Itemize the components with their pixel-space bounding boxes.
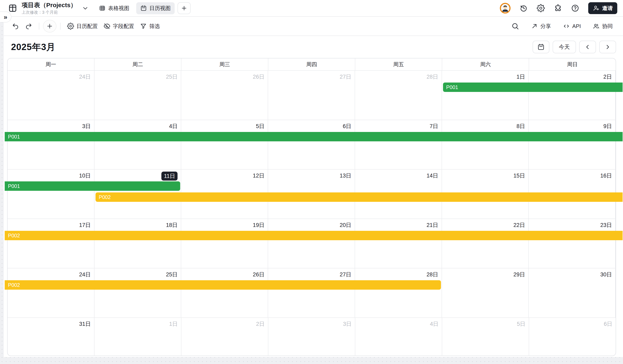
calendar-config-button[interactable]: 日历配置 (64, 21, 101, 32)
event-bar-p002[interactable]: P002 (5, 231, 623, 240)
date-label: 4日 (169, 122, 178, 130)
date-label: 30日 (600, 270, 612, 279)
day-cell[interactable]: 26日 (181, 71, 268, 120)
date-label: 2日 (603, 73, 612, 81)
day-cell[interactable]: 25日 (94, 268, 181, 317)
day-cell[interactable]: 6日 (529, 318, 616, 356)
today-button[interactable]: 今天 (553, 41, 576, 53)
view-tabs: 表格视图 日历视图 (95, 2, 191, 14)
add-view-button[interactable] (178, 2, 191, 14)
date-label: 9日 (603, 122, 612, 130)
day-cell[interactable]: 2日 (181, 318, 268, 356)
search-button[interactable] (509, 20, 522, 32)
prev-month-button[interactable] (579, 41, 596, 53)
tab-calendar-view[interactable]: 日历视图 (136, 2, 175, 14)
history-icon[interactable] (519, 4, 528, 12)
calendar-panel: 周一周二周三周四周五周六周日 24日25日26日27日28日1日2日P0013日… (7, 58, 616, 356)
next-month-button[interactable] (599, 41, 616, 53)
day-cell[interactable]: 27日 (268, 268, 355, 317)
redo-button[interactable] (22, 20, 35, 32)
date-label: 5日 (517, 320, 525, 328)
date-label: 1日 (516, 73, 525, 81)
avatar[interactable] (500, 3, 511, 14)
day-cell[interactable]: 30日 (529, 268, 616, 317)
day-cell[interactable]: 1日 (94, 318, 181, 356)
day-cell[interactable]: 28日 (355, 71, 442, 120)
day-cell[interactable]: 10日 (8, 170, 94, 219)
weekday-header: 周四 (268, 59, 355, 70)
collaboration-button[interactable]: 协同 (590, 21, 616, 32)
day-cell[interactable]: 2日 (529, 71, 616, 120)
document-title-block[interactable]: 项目表（Projects） 上次修改：3 个月前 (22, 1, 76, 15)
day-cell[interactable]: 29日 (442, 268, 529, 317)
chevron-down-icon[interactable] (82, 5, 89, 12)
gear-icon[interactable] (537, 4, 545, 12)
event-bar-p002[interactable]: P002 (95, 192, 623, 202)
event-label: P001 (8, 134, 20, 140)
event-bar-p001[interactable]: P001 (5, 182, 180, 191)
event-bar-p002[interactable]: P002 (5, 280, 441, 290)
date-label: 15日 (513, 172, 525, 180)
help-icon[interactable] (571, 4, 579, 12)
weekday-header: 周一 (8, 59, 94, 70)
people-icon (593, 23, 600, 30)
day-cell[interactable]: 21日 (355, 219, 442, 268)
share-button[interactable]: 分享 (528, 21, 554, 32)
day-cell[interactable]: 9日 (529, 120, 616, 169)
day-cell[interactable]: 31日 (8, 318, 94, 356)
api-button[interactable]: API (560, 21, 584, 32)
invite-button[interactable]: 邀请 (588, 2, 617, 14)
date-label: 26日 (253, 270, 265, 279)
toolbar-right: 分享 API (509, 20, 616, 32)
day-cell[interactable]: 4日 (355, 318, 442, 356)
date-label: 4日 (430, 320, 439, 328)
day-cell[interactable]: 4日 (94, 120, 181, 169)
day-cell[interactable]: 23日 (529, 219, 616, 268)
add-record-button[interactable] (43, 20, 56, 33)
day-cell[interactable]: 27日 (268, 71, 355, 120)
view-toolbar: 日历配置 字段配置 筛选 (4, 17, 623, 36)
plugin-puzzle-icon[interactable] (554, 4, 562, 12)
day-cell[interactable]: 3日 (8, 120, 94, 169)
event-bar-p001[interactable]: P001 (443, 82, 623, 92)
day-cell[interactable]: 8日 (442, 120, 529, 169)
date-label: 13日 (340, 172, 351, 180)
funnel-icon (140, 23, 147, 30)
day-cell[interactable]: 22日 (442, 219, 529, 268)
toolbar-divider (60, 23, 61, 30)
day-cell[interactable]: 3日 (268, 318, 355, 356)
field-config-button[interactable]: 字段配置 (101, 21, 137, 32)
day-cell[interactable]: 5日 (181, 120, 268, 169)
api-label: API (572, 23, 581, 29)
day-cell[interactable]: 18日 (94, 219, 181, 268)
day-cell[interactable]: 28日 (355, 268, 442, 317)
header-right-actions: 邀请 (500, 2, 617, 14)
day-cell[interactable]: 1日 (442, 71, 529, 120)
date-label: 22日 (513, 221, 525, 229)
event-label: P001 (446, 84, 458, 90)
date-label: 7日 (430, 122, 438, 130)
date-label: 23日 (600, 221, 612, 229)
tab-table-view[interactable]: 表格视图 (95, 2, 133, 14)
calendar-config-label: 日历配置 (76, 23, 98, 30)
day-cell[interactable]: 24日 (8, 71, 94, 120)
day-cell[interactable]: 19日 (181, 219, 268, 268)
date-label: 16日 (600, 172, 612, 180)
day-cell[interactable]: 17日 (8, 219, 94, 268)
week-row: 10日11日12日13日14日15日16日P001P002 (8, 170, 616, 219)
day-cell[interactable]: 20日 (268, 219, 355, 268)
day-cell[interactable]: 5日 (442, 318, 529, 356)
day-cell[interactable]: 26日 (181, 268, 268, 317)
month-actions: 今天 (533, 41, 616, 53)
expand-sidebar-button[interactable]: » (0, 11, 11, 22)
event-bar-p001[interactable]: P001 (5, 132, 623, 141)
day-cell[interactable]: 7日 (355, 120, 442, 169)
day-cell[interactable]: 24日 (8, 268, 94, 317)
date-label: 12日 (253, 172, 265, 180)
day-cell[interactable]: 6日 (268, 120, 355, 169)
date-label: 25日 (166, 270, 178, 279)
filter-button[interactable]: 筛选 (137, 21, 163, 32)
undo-button[interactable] (9, 20, 22, 32)
date-picker-button[interactable] (533, 41, 549, 53)
day-cell[interactable]: 25日 (94, 71, 181, 120)
